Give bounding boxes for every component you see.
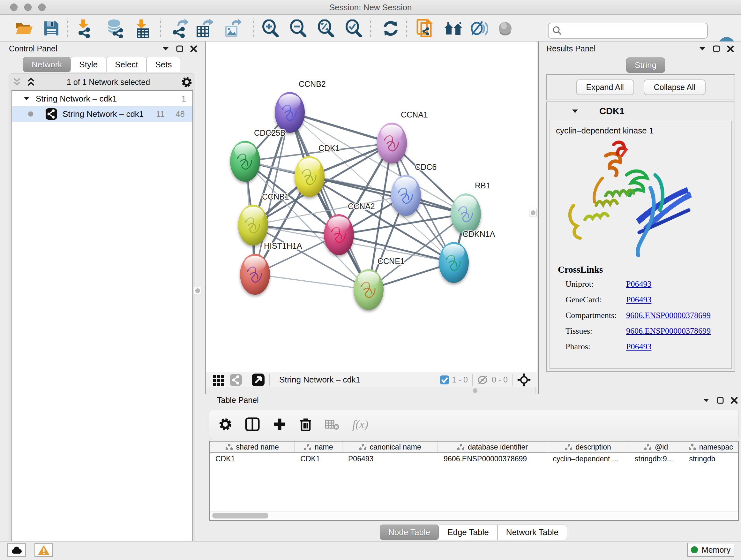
close-panel-icon[interactable] (731, 397, 738, 404)
birdseye-view-icon[interactable] (252, 373, 265, 387)
column-header-@id[interactable]: @id (629, 442, 684, 452)
import-table-file-button[interactable] (131, 19, 151, 38)
table-cell[interactable]: stringdb (683, 455, 738, 463)
cloud-status-button[interactable] (7, 543, 26, 557)
protein-header-row[interactable]: CDK1 (547, 102, 735, 120)
protein-node-hist1h1a[interactable] (240, 254, 270, 295)
protein-node-rb1[interactable] (451, 193, 481, 234)
show-graphics-details-button[interactable] (495, 19, 515, 38)
tab-sets[interactable]: Sets (146, 57, 180, 72)
export-image-button[interactable] (223, 19, 243, 38)
column-header-name[interactable]: name (294, 442, 342, 452)
network-edge[interactable] (290, 112, 368, 290)
network-canvas[interactable]: CCNB2CCNA1CDC25BCDK1CDC6RB1CCNB1CCNA2CDK… (206, 42, 537, 372)
warnings-button[interactable] (35, 543, 53, 557)
column-header-canonical-name[interactable]: canonical name (342, 442, 438, 452)
table-cell[interactable]: P06493 (342, 455, 438, 463)
network-row[interactable]: String Network – cdk1 11 48 (12, 106, 192, 122)
network-view-mode-icon[interactable] (229, 374, 242, 386)
expand-all-chevron-icon[interactable] (26, 78, 36, 86)
panel-menu-icon[interactable] (162, 47, 169, 51)
tab-string[interactable]: String (626, 57, 665, 73)
tab-select[interactable]: Select (106, 57, 146, 72)
table-cell[interactable]: cyclin–dependent ... (547, 455, 629, 463)
string-home-button[interactable] (444, 19, 463, 38)
table-row[interactable]: CDK1CDK1P064939606.ENSP00000378699cyclin… (210, 453, 738, 464)
collapse-all-button[interactable]: Collapse All (644, 79, 706, 95)
string-copy-network-button[interactable] (415, 19, 434, 38)
close-panel-icon[interactable] (190, 45, 197, 52)
table-cell[interactable]: 9606.ENSP00000378699 (438, 455, 547, 463)
export-table-button[interactable] (195, 19, 214, 38)
protein-node-cdkn1a[interactable] (439, 242, 469, 283)
tab-node-table[interactable]: Node Table (380, 524, 439, 540)
protein-node-ccne1[interactable] (354, 269, 384, 310)
search-input[interactable] (565, 26, 702, 35)
table-cell[interactable]: CDK1 (210, 455, 294, 463)
panel-menu-icon[interactable] (703, 398, 710, 402)
delete-column-trash-icon[interactable] (299, 417, 312, 432)
add-column-icon[interactable] (273, 417, 286, 431)
crosslink-link[interactable]: 9606.ENSP00000378699 (626, 326, 711, 336)
gear-icon[interactable] (181, 76, 192, 88)
tab-edge-table[interactable]: Edge Table (439, 524, 497, 540)
protein-node-ccnb2[interactable] (275, 92, 305, 133)
memory-button[interactable]: Memory (687, 543, 734, 557)
crosslink-link[interactable]: 9606.ENSP00000378699 (626, 311, 711, 320)
save-session-button[interactable] (42, 19, 61, 38)
protein-node-ccna1[interactable] (377, 123, 407, 164)
crosslink-link[interactable]: P06493 (626, 342, 651, 352)
protein-node-cdc25b[interactable] (230, 141, 260, 182)
collapse-all-chevron-icon[interactable] (12, 78, 22, 86)
float-panel-icon[interactable] (176, 45, 183, 52)
network-edge[interactable] (290, 112, 392, 143)
column-header-database-identifier[interactable]: database identifier (438, 442, 547, 452)
open-session-button[interactable] (14, 19, 34, 38)
import-network-file-button[interactable] (74, 19, 94, 38)
crosslink-link[interactable]: P06493 (626, 295, 651, 305)
column-header-shared-name[interactable]: shared name (210, 442, 294, 452)
collection-expand-icon[interactable] (23, 97, 29, 101)
left-splitter-handle[interactable] (194, 287, 201, 294)
export-network-button[interactable] (170, 19, 190, 38)
column-header-namespac[interactable]: namespac (683, 442, 738, 452)
selected-checkbox-icon[interactable] (440, 375, 449, 385)
zoom-selected-button[interactable] (344, 19, 363, 38)
table-cell[interactable]: CDK1 (294, 455, 342, 463)
protein-node-cdc6[interactable] (391, 175, 421, 216)
tab-network-table[interactable]: Network Table (497, 524, 567, 540)
network-collection-row[interactable]: String Network – cdk1 1 (12, 91, 192, 106)
network-edge[interactable] (255, 274, 368, 290)
right-panel-divider[interactable] (538, 42, 539, 394)
refresh-view-button[interactable] (381, 19, 401, 38)
protein-collapse-icon[interactable] (572, 109, 578, 113)
protein-node-ccna2[interactable] (324, 214, 354, 255)
tab-style[interactable]: Style (71, 57, 106, 72)
fit-content-crosshair-icon[interactable] (517, 373, 531, 387)
tab-network[interactable]: Network (23, 57, 71, 72)
import-network-database-button[interactable] (105, 19, 125, 38)
horizontal-scrollbar[interactable] (210, 511, 738, 519)
float-panel-icon[interactable] (713, 45, 720, 52)
column-header-description[interactable]: description (547, 442, 629, 452)
close-panel-icon[interactable] (727, 45, 734, 52)
expand-all-button[interactable]: Expand All (576, 79, 634, 95)
protein-node-cdk1[interactable] (294, 156, 325, 197)
zoom-fit-button[interactable] (316, 19, 336, 38)
zoom-in-button[interactable] (260, 19, 280, 38)
string-enhanced-labels-button[interactable] (469, 19, 489, 38)
bottom-splitter-handle[interactable] (473, 388, 477, 393)
network-status-dot (28, 111, 33, 117)
grid-view-icon[interactable] (212, 374, 225, 386)
crosslink-link[interactable]: P06493 (626, 279, 651, 289)
right-splitter-handle[interactable] (529, 209, 537, 216)
zoom-out-button[interactable] (288, 19, 308, 38)
show-columns-icon[interactable] (245, 417, 260, 431)
toolbar-separator (247, 374, 247, 386)
table-options-gear-icon[interactable] (218, 417, 232, 431)
scrollbar-thumb[interactable] (212, 513, 268, 518)
protein-node-ccnb1[interactable] (238, 205, 268, 246)
table-cell[interactable]: stringdb:9... (629, 455, 684, 463)
panel-menu-icon[interactable] (699, 47, 706, 51)
float-panel-icon[interactable] (717, 397, 724, 404)
